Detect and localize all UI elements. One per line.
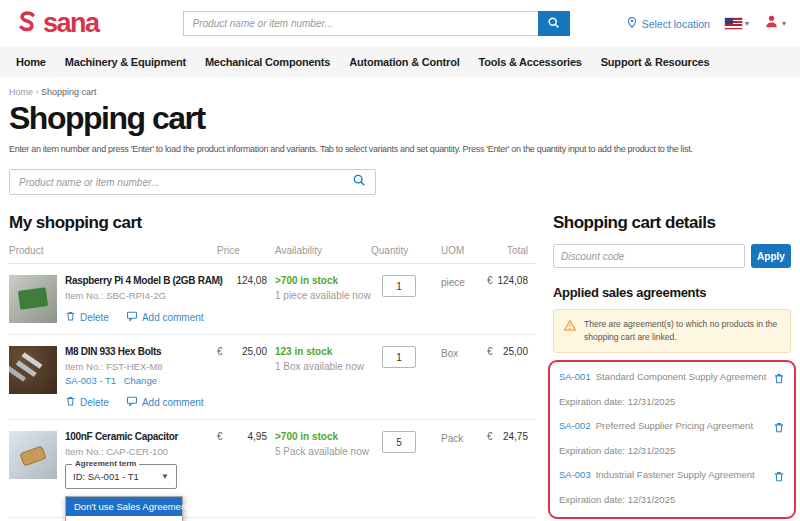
sana-logo-icon — [14, 9, 40, 39]
agreement-expiration: Expiration date: 12/31/2025 — [559, 494, 785, 505]
logo-text: sana — [43, 10, 99, 37]
column-price: Price — [217, 245, 275, 256]
stock-status: >700 in stock — [275, 431, 371, 442]
nav-item-home[interactable]: Home — [16, 56, 46, 68]
nav-item-mechanical[interactable]: Mechanical Components — [205, 56, 330, 68]
chevron-down-icon: ▼ — [161, 472, 169, 481]
search-icon[interactable] — [352, 173, 366, 191]
product-name[interactable]: Raspberry Pi 4 Model B (2GB RAM) — [65, 275, 217, 286]
language-selector[interactable]: ▾ — [725, 18, 749, 29]
stock-status: 123 in stock — [275, 346, 371, 357]
delete-button[interactable]: Delete — [65, 310, 109, 324]
agreement-id-link[interactable]: SA-001 — [559, 371, 591, 382]
quantity-input[interactable] — [382, 346, 416, 368]
total-cell: €24,75 — [487, 431, 536, 489]
column-product: Product — [9, 245, 217, 256]
breadcrumb-home[interactable]: Home — [9, 87, 33, 97]
uom-cell: Box — [427, 346, 487, 409]
chevron-down-icon: ▾ — [745, 20, 749, 28]
delete-button[interactable]: Delete — [65, 395, 109, 409]
product-item-no: Item No.: FST-HEX-M8 — [65, 361, 204, 372]
header-search — [183, 11, 570, 36]
agreement-id[interactable]: SA-003 - T1 — [65, 375, 116, 386]
trash-icon[interactable] — [773, 469, 785, 487]
column-quantity: Quantity — [371, 245, 427, 256]
comment-icon — [126, 395, 138, 409]
details-title: Shopping cart details — [553, 213, 791, 233]
comment-icon — [126, 310, 138, 324]
agreement-id-link[interactable]: SA-002 — [559, 420, 591, 431]
column-uom: UOM — [427, 245, 487, 256]
agreement-id-link[interactable]: SA-003 — [559, 469, 591, 480]
nav-item-machinery[interactable]: Machinery & Equipment — [65, 56, 186, 68]
sana-logo[interactable]: sana — [14, 9, 99, 39]
product-name[interactable]: 100nF Ceramic Capacitor — [65, 431, 178, 442]
header-actions: Select location ▾ ▾ — [626, 14, 786, 33]
agreement-term-select[interactable]: Agreement term ID: SA-001 - T1 ▼ — [65, 464, 177, 489]
quantity-input[interactable] — [382, 431, 416, 453]
add-comment-button[interactable]: Add comment — [126, 395, 204, 409]
list-item: SA-003 Industrial Fastener Supply Agreem… — [559, 462, 785, 511]
dropdown-option[interactable]: ID: SA-001 - T1 — [66, 516, 182, 521]
breadcrumb-separator: › — [36, 87, 39, 97]
uom-cell: piece — [427, 275, 487, 324]
table-row: Raspberry Pi 4 Model B (2GB RAM) Item No… — [9, 264, 536, 335]
discount-row: Apply — [553, 244, 791, 268]
search-icon — [547, 16, 560, 32]
agreement-expiration: Expiration date: 12/31/2025 — [559, 445, 785, 456]
agreement-term-options: Don't use Sales Agreement ID: SA-001 - T… — [65, 496, 183, 521]
product-name[interactable]: M8 DIN 933 Hex Bolts — [65, 346, 204, 357]
discount-code-input[interactable] — [553, 244, 745, 268]
warning-text: There are agreement(s) to which no produ… — [584, 318, 781, 344]
trash-icon[interactable] — [773, 420, 785, 438]
trash-icon[interactable] — [773, 371, 785, 389]
site-header: sana Select location ▾ ▾ — [0, 0, 800, 47]
breadcrumb: Home › Shopping cart — [9, 87, 791, 97]
cart-section: My shopping cart Product Price Availabil… — [9, 213, 536, 521]
account-menu[interactable]: ▾ — [764, 14, 786, 33]
nav-item-support[interactable]: Support & Resources — [601, 56, 710, 68]
quick-add-input[interactable] — [19, 177, 352, 188]
instructions-text: Enter an item number and press 'Enter' t… — [9, 144, 791, 154]
nav-item-automation[interactable]: Automation & Control — [349, 56, 459, 68]
dropdown-option[interactable]: Don't use Sales Agreement — [66, 497, 182, 516]
agreement-term-value: ID: SA-001 - T1 — [73, 471, 139, 482]
agreement-name: Industrial Fastener Supply Agreement — [596, 469, 768, 480]
breadcrumb-current: Shopping cart — [41, 87, 97, 97]
availability-cell: 123 in stock 1 Box available now — [275, 346, 371, 409]
availability-cell: >700 in stock 1 piece available now — [275, 275, 371, 324]
location-pin-icon — [626, 16, 638, 31]
user-icon — [764, 14, 779, 33]
applied-agreement: SA-003 - T1 Change — [65, 375, 204, 386]
list-item: SA-002 Preferred Supplier Pricing Agreem… — [559, 413, 785, 462]
agreement-expiration: Expiration date: 12/31/2025 — [559, 396, 785, 407]
product-image — [9, 275, 57, 323]
header-search-input[interactable] — [183, 11, 538, 36]
product-cell: Raspberry Pi 4 Model B (2GB RAM) Item No… — [9, 275, 217, 324]
availability-cell: >700 in stock 5 Pack available now — [275, 431, 371, 489]
select-location-button[interactable]: Select location — [626, 16, 710, 31]
product-cell: M8 DIN 933 Hex Bolts Item No.: FST-HEX-M… — [9, 346, 217, 409]
change-agreement-link[interactable]: Change — [124, 375, 157, 386]
column-total: Total — [487, 245, 536, 256]
quick-add-search — [9, 169, 376, 195]
price-cell: €4,95 — [217, 431, 275, 489]
nav-item-tools[interactable]: Tools & Accessories — [479, 56, 582, 68]
agreements-warning: There are agreement(s) to which no produ… — [553, 309, 791, 353]
total-cell: €124,08 — [487, 275, 536, 324]
agreement-name: Preferred Supplier Pricing Agreement — [596, 420, 768, 431]
quantity-input[interactable] — [382, 275, 416, 297]
product-image — [9, 346, 57, 394]
stock-detail: 1 Box available now — [275, 361, 371, 372]
header-search-button[interactable] — [538, 11, 570, 36]
page-title: Shopping cart — [9, 100, 791, 137]
add-comment-button[interactable]: Add comment — [126, 310, 204, 324]
product-item-no: Item No.: SBC-RPI4-2G — [65, 290, 217, 301]
cart-title: My shopping cart — [9, 213, 536, 233]
table-row: M8 DIN 933 Hex Bolts Item No.: FST-HEX-M… — [9, 335, 536, 420]
agreement-name: Standard Component Supply Agreement — [596, 371, 768, 382]
chevron-down-icon: ▾ — [782, 20, 786, 28]
table-row: 100nF Ceramic Capacitor Item No.: CAP-CE… — [9, 420, 536, 518]
apply-button[interactable]: Apply — [751, 244, 791, 268]
main-nav: Home Machinery & Equipment Mechanical Co… — [0, 47, 800, 77]
